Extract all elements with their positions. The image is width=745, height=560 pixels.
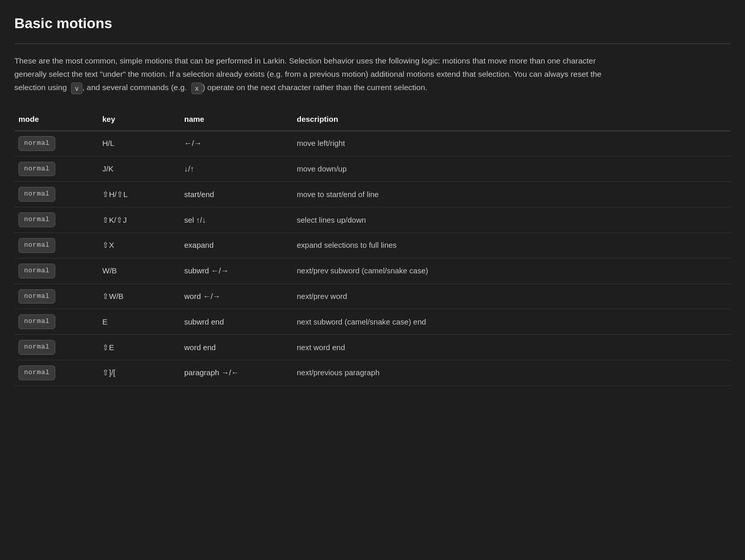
table-header-row: mode key name description bbox=[14, 109, 731, 131]
cell-description: move to start/end of line bbox=[291, 182, 731, 207]
cell-key: J/K bbox=[96, 156, 178, 182]
cell-key: ⇧]/[ bbox=[96, 360, 178, 386]
col-header-mode: mode bbox=[14, 109, 96, 131]
cell-mode: normal bbox=[14, 309, 96, 335]
table-row: normal⇧]/[paragraph →/←next/previous par… bbox=[14, 360, 731, 386]
table-row: normal⇧W/Bword ←/→next/prev word bbox=[14, 284, 731, 309]
cell-description: next/previous paragraph bbox=[291, 360, 731, 386]
cell-name: start/end bbox=[178, 182, 291, 207]
cell-mode: normal bbox=[14, 233, 96, 259]
cell-name: exapand bbox=[178, 233, 291, 259]
cell-key: W/B bbox=[96, 258, 178, 284]
page-title: Basic motions bbox=[14, 12, 731, 35]
mode-badge: normal bbox=[18, 264, 55, 278]
table-row: normalJ/K↓/↑move down/up bbox=[14, 156, 731, 182]
mode-badge: normal bbox=[18, 365, 55, 380]
table-row: normalH/L←/→move left/right bbox=[14, 131, 731, 156]
table-row: normal⇧Eword endnext word end bbox=[14, 335, 731, 360]
cell-description: move down/up bbox=[291, 156, 731, 182]
cell-mode: normal bbox=[14, 131, 96, 156]
cell-key: ⇧H/⇧L bbox=[96, 182, 178, 207]
mode-badge: normal bbox=[18, 162, 55, 177]
mode-badge: normal bbox=[18, 136, 55, 151]
x-key-badge: x bbox=[191, 82, 203, 95]
cell-mode: normal bbox=[14, 360, 96, 386]
intro-text-end: ) operate on the next character rather t… bbox=[203, 83, 427, 92]
v-key-badge: v bbox=[71, 82, 82, 95]
cell-description: next word end bbox=[291, 335, 731, 360]
cell-name: word end bbox=[178, 335, 291, 360]
cell-mode: normal bbox=[14, 335, 96, 360]
cell-mode: normal bbox=[14, 258, 96, 284]
cell-key: ⇧W/B bbox=[96, 284, 178, 309]
cell-name: ↓/↑ bbox=[178, 156, 291, 182]
cell-name: paragraph →/← bbox=[178, 360, 291, 386]
cell-mode: normal bbox=[14, 182, 96, 207]
table-row: normalW/Bsubwrd ←/→next/prev subword (ca… bbox=[14, 258, 731, 284]
cell-key: ⇧E bbox=[96, 335, 178, 360]
cell-description: next/prev word bbox=[291, 284, 731, 309]
cell-mode: normal bbox=[14, 156, 96, 182]
cell-name: word ←/→ bbox=[178, 284, 291, 309]
cell-description: next subword (camel/snake case) end bbox=[291, 309, 731, 335]
cell-description: expand selections to full lines bbox=[291, 233, 731, 259]
mode-badge: normal bbox=[18, 212, 55, 227]
intro-paragraph: These are the most common, simple motion… bbox=[14, 54, 628, 95]
cell-key: ⇧X bbox=[96, 233, 178, 259]
mode-badge: normal bbox=[18, 238, 55, 253]
cell-description: next/prev subword (camel/snake case) bbox=[291, 258, 731, 284]
mode-badge: normal bbox=[18, 314, 55, 329]
intro-text-mid: , and several commands (e.g. bbox=[82, 83, 187, 92]
cell-name: ←/→ bbox=[178, 131, 291, 156]
col-header-key: key bbox=[96, 109, 178, 131]
cell-key: H/L bbox=[96, 131, 178, 156]
cell-name: subwrd end bbox=[178, 309, 291, 335]
cell-name: sel ↑/↓ bbox=[178, 207, 291, 233]
cell-name: subwrd ←/→ bbox=[178, 258, 291, 284]
title-divider bbox=[14, 44, 731, 44]
cell-key: E bbox=[96, 309, 178, 335]
cell-mode: normal bbox=[14, 284, 96, 309]
cell-key: ⇧K/⇧J bbox=[96, 207, 178, 233]
motions-table: mode key name description normalH/L←/→mo… bbox=[14, 109, 731, 386]
mode-badge: normal bbox=[18, 187, 55, 202]
mode-badge: normal bbox=[18, 340, 55, 355]
cell-description: move left/right bbox=[291, 131, 731, 156]
cell-mode: normal bbox=[14, 207, 96, 233]
mode-badge: normal bbox=[18, 289, 55, 304]
table-row: normal⇧H/⇧Lstart/endmove to start/end of… bbox=[14, 182, 731, 207]
col-header-description: description bbox=[291, 109, 731, 131]
table-row: normalEsubwrd endnext subword (camel/sna… bbox=[14, 309, 731, 335]
table-row: normal⇧Xexapandexpand selections to full… bbox=[14, 233, 731, 259]
cell-description: select lines up/down bbox=[291, 207, 731, 233]
col-header-name: name bbox=[178, 109, 291, 131]
table-row: normal⇧K/⇧Jsel ↑/↓select lines up/down bbox=[14, 207, 731, 233]
